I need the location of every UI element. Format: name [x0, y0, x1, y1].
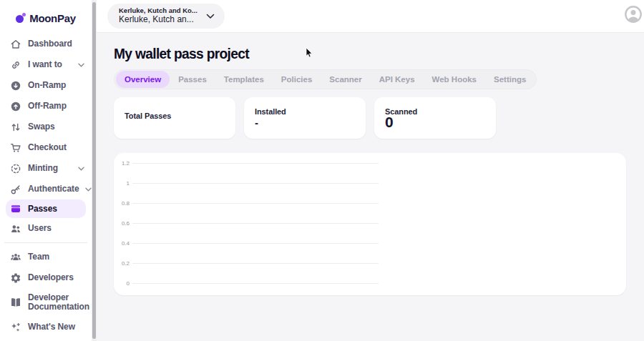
gridline: [132, 243, 379, 244]
sidebar: MoonPay Dashboard I want to: [0, 0, 92, 341]
chevron-down-icon: [206, 14, 215, 19]
y-axis-tick: 0.8: [114, 200, 130, 207]
gridline: [132, 163, 379, 164]
tab-web-hooks[interactable]: Web Hooks: [424, 71, 485, 88]
arrow-up-circle-icon: [10, 101, 21, 112]
sidebar-item-label: Developers: [28, 273, 74, 282]
sidebar-item-passes[interactable]: Passes: [6, 199, 86, 218]
stat-value: -: [255, 117, 366, 129]
wallet-icon: [10, 203, 21, 214]
passes-activity-chart: 1.2 1 0.8 0.6 0.4 0.2 0: [114, 153, 626, 295]
brand-name: MoonPay: [29, 12, 76, 24]
sidebar-item-label: Passes: [28, 204, 57, 214]
sidebar-item-on-ramp[interactable]: On-Ramp: [0, 75, 92, 96]
top-header: Kerluke, Kutch and Ko... Kerluke, Kutch …: [97, 0, 644, 33]
sidebar-item-label: On-Ramp: [28, 81, 66, 90]
sidebar-item-label: Checkout: [28, 143, 67, 152]
sidebar-divider: [4, 242, 87, 243]
y-axis-tick: 0.6: [114, 220, 130, 227]
moonpay-dashboard: MoonPay Dashboard I want to: [0, 0, 644, 341]
sidebar-item-label: Off-Ramp: [28, 102, 67, 111]
gridline: [132, 203, 379, 204]
sidebar-item-checkout[interactable]: Checkout: [0, 137, 92, 158]
sidebar-item-label: Dashboard: [28, 39, 72, 49]
y-axis-tick: 0.4: [114, 240, 130, 247]
sidebar-item-developers[interactable]: Developers: [0, 267, 92, 288]
sidebar-item-whats-new[interactable]: What's New: [0, 317, 92, 337]
team-icon: [10, 252, 21, 263]
sidebar-item-team[interactable]: Team: [0, 247, 92, 267]
stat-label: Scanned: [385, 107, 496, 116]
sidebar-item-authenticate[interactable]: Authenticate: [0, 179, 92, 199]
y-axis-tick: 1: [114, 180, 130, 187]
y-axis-tick: 0.2: [114, 260, 130, 267]
sidebar-item-label: Developer Documentation: [28, 293, 89, 312]
stat-label: Installed: [255, 107, 366, 116]
gridline: [132, 283, 379, 284]
sidebar-item-swaps[interactable]: Swaps: [0, 117, 92, 137]
sidebar-item-users[interactable]: Users: [0, 218, 92, 239]
sidebar-item-label: What's New: [28, 322, 75, 332]
stat-card-total-passes: Total Passes: [114, 97, 235, 139]
sparkles-icon: [10, 322, 21, 333]
home-icon: [10, 39, 21, 50]
book-icon: [10, 297, 21, 308]
gear-icon: [10, 272, 21, 284]
sidebar-nav: Dashboard I want to On-Ramp: [0, 31, 92, 341]
cart-icon: [10, 142, 21, 154]
sidebar-item-support[interactable]: Support: [0, 337, 92, 341]
chevron-down-icon: [78, 167, 84, 171]
stat-cards: Total Passes Installed - Scanned 0: [114, 97, 644, 139]
tab-policies[interactable]: Policies: [273, 71, 321, 88]
users-icon: [10, 223, 21, 234]
sidebar-item-i-want-to[interactable]: I want to: [0, 54, 92, 75]
page-content: My wallet pass project Overview Passes T…: [97, 34, 644, 341]
moonpay-logo-icon: [16, 13, 26, 23]
tab-scanner[interactable]: Scanner: [321, 71, 370, 88]
main-area: Kerluke, Kutch and Ko... Kerluke, Kutch …: [97, 0, 644, 341]
minting-circle-icon: [10, 163, 21, 174]
tab-templates[interactable]: Templates: [215, 71, 273, 88]
sidebar-item-label: Users: [28, 224, 52, 233]
stat-label: Total Passes: [125, 112, 235, 120]
y-axis-tick: 1.2: [114, 160, 130, 167]
gridline: [132, 183, 379, 184]
tab-api-keys[interactable]: API Keys: [371, 71, 424, 88]
tab-passes[interactable]: Passes: [170, 71, 215, 88]
moonpay-logo[interactable]: MoonPay: [0, 0, 92, 31]
sidebar-item-dashboard[interactable]: Dashboard: [0, 34, 92, 54]
project-selector-project: Kerluke, Kutch an...: [119, 15, 197, 25]
stat-value: 0: [385, 117, 496, 128]
sidebar-item-label: Swaps: [28, 122, 55, 132]
link-icon: [10, 59, 21, 71]
sidebar-item-label: Team: [28, 252, 49, 262]
sidebar-item-developer-documentation[interactable]: Developer Documentation: [0, 288, 92, 317]
tab-bar: Overview Passes Templates Policies Scann…: [114, 69, 537, 89]
sidebar-item-minting[interactable]: Minting: [0, 158, 92, 179]
sidebar-scrollbar[interactable]: [92, 0, 97, 341]
sidebar-item-label: Minting: [28, 164, 58, 173]
tab-overview[interactable]: Overview: [116, 71, 170, 88]
gridline: [132, 223, 379, 224]
stat-card-scanned: Scanned 0: [374, 97, 496, 139]
chevron-down-icon: [78, 63, 84, 67]
sidebar-item-off-ramp[interactable]: Off-Ramp: [0, 96, 92, 117]
sidebar-item-label: Authenticate: [28, 184, 79, 194]
arrow-down-circle-icon: [10, 80, 21, 92]
tab-settings[interactable]: Settings: [485, 71, 535, 88]
project-selector[interactable]: Kerluke, Kutch and Ko... Kerluke, Kutch …: [107, 4, 225, 29]
sidebar-scrollbar-thumb[interactable]: [92, 2, 96, 339]
gridline: [132, 263, 379, 264]
stat-card-installed: Installed -: [244, 97, 366, 139]
swap-arrows-icon: [10, 122, 21, 133]
sidebar-item-label: I want to: [28, 60, 62, 69]
user-avatar[interactable]: [625, 6, 642, 23]
y-axis-tick: 0: [114, 280, 130, 287]
key-icon: [10, 184, 21, 195]
page-title: My wallet pass project: [114, 46, 623, 62]
